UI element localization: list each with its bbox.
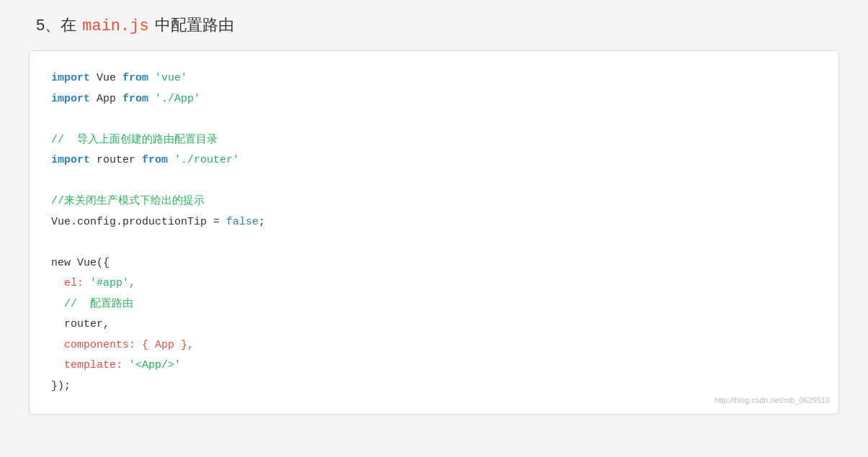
blank-line-3 — [51, 232, 817, 253]
code-line-4: // 导入上面创建的路由配置目录 — [51, 130, 817, 151]
code-line-7: //来关闭生产模式下给出的提示 — [51, 191, 817, 212]
code-line-13: router, — [51, 315, 817, 335]
watermark: http://blog.csdn.net/mb_0629510 — [715, 393, 830, 408]
code-block: import Vue from 'vue' import App from '.… — [29, 50, 839, 415]
code-line-16: }); — [51, 376, 817, 397]
heading-text: 中配置路由 — [155, 14, 234, 36]
code-line-15: template: '<App/>' — [51, 356, 817, 376]
code-line-5: import router from './router' — [51, 150, 817, 171]
heading-number: 5、在 — [36, 14, 76, 36]
blank-line-1 — [51, 109, 817, 130]
code-line-1: import Vue from 'vue' — [51, 68, 817, 89]
code-line-11: el: '#app', — [51, 273, 817, 294]
heading-filename: main.js — [82, 17, 148, 35]
code-line-8: Vue.config.productionTip = false; — [51, 212, 817, 233]
code-line-12: // 配置路由 — [51, 294, 817, 315]
blank-line-2 — [51, 171, 817, 192]
code-line-2: import App from './App' — [51, 89, 817, 110]
code-line-14: components: { App }, — [51, 335, 817, 356]
code-line-10: new Vue({ — [51, 253, 817, 274]
heading: 5、在 main.js 中配置路由 — [22, 14, 846, 36]
